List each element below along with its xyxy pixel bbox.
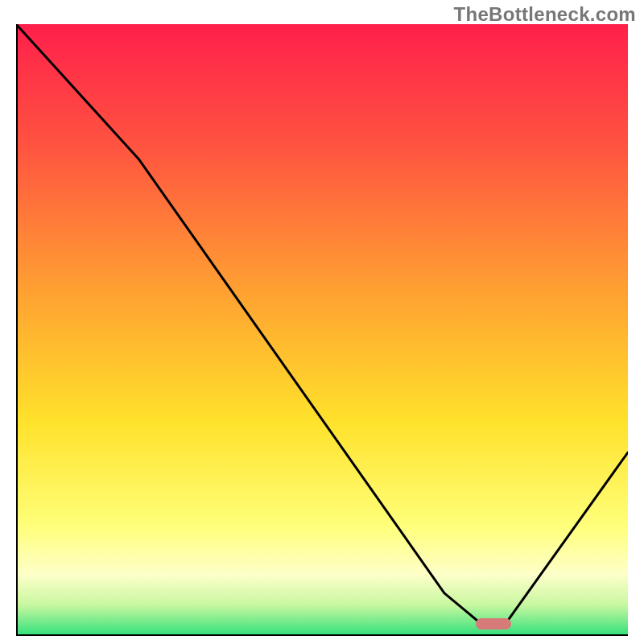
plot-background (16, 24, 628, 636)
chart-svg (16, 24, 628, 636)
chart-frame (16, 24, 628, 636)
chart-stage: TheBottleneck.com (0, 0, 644, 644)
watermark-text: TheBottleneck.com (454, 3, 636, 26)
optimal-marker (476, 618, 511, 630)
